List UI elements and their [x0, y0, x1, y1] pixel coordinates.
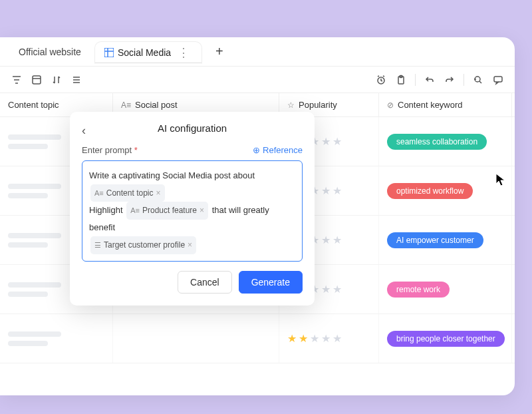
- star-icon: ☆: [287, 101, 295, 110]
- cell-content-topic[interactable]: [0, 314, 113, 363]
- cell-content-keyword[interactable]: remote work: [379, 265, 512, 313]
- tab-label: Official website: [19, 47, 81, 57]
- cell-content-keyword[interactable]: AI empower customer: [379, 216, 512, 264]
- comment-icon[interactable]: [492, 74, 504, 86]
- reference-button[interactable]: ⊕ Reference: [253, 145, 303, 155]
- star-icon[interactable]: ★: [321, 332, 331, 345]
- text-icon: A≡: [121, 101, 131, 110]
- star-icon[interactable]: ★: [332, 234, 342, 246]
- ai-config-modal: ‹ AI configuration Enter prompt * ⊕ Refe…: [70, 112, 315, 306]
- filter-icon[interactable]: [11, 74, 23, 86]
- svg-rect-12: [494, 77, 502, 82]
- keyword-pill[interactable]: remote work: [387, 282, 450, 298]
- col-label: Social post: [135, 100, 178, 110]
- generate-button[interactable]: Generate: [239, 271, 303, 294]
- alarm-icon[interactable]: [375, 74, 387, 86]
- cancel-button[interactable]: Cancel: [178, 271, 232, 294]
- tab-label: Social Media: [118, 47, 171, 58]
- star-icon[interactable]: ★: [299, 332, 308, 345]
- chip-content-topic[interactable]: A≡ Content topic ×: [90, 184, 165, 202]
- star-icon[interactable]: ★: [332, 184, 342, 197]
- prompt-input[interactable]: Write a captivating Social Media post ab…: [82, 160, 303, 262]
- keyword-pill[interactable]: AI empower customer: [387, 232, 483, 248]
- star-icon[interactable]: ★: [310, 332, 319, 345]
- svg-rect-0: [104, 48, 114, 57]
- star-icon[interactable]: ★: [321, 184, 331, 197]
- col-label: Content topic: [8, 100, 59, 110]
- list-icon: ☰: [94, 238, 101, 252]
- keyword-pill[interactable]: bring people closer together: [387, 331, 505, 347]
- keyword-pill[interactable]: seamless collaboration: [387, 134, 487, 150]
- star-icon[interactable]: ★: [332, 332, 342, 345]
- clipboard-icon[interactable]: [395, 74, 407, 86]
- star-icon[interactable]: ★: [321, 234, 331, 246]
- cell-content-keyword[interactable]: optimized workflow: [379, 166, 512, 215]
- col-label: Content keyword: [398, 100, 463, 110]
- sort-icon[interactable]: [51, 74, 63, 86]
- chip-remove-icon[interactable]: ×: [200, 203, 204, 218]
- col-content-keyword[interactable]: ⊘ Content keyword: [379, 93, 512, 116]
- tab-official-website[interactable]: Official website: [9, 41, 90, 63]
- plus-circle-icon: ⊕: [253, 145, 260, 155]
- reference-label: Reference: [263, 145, 303, 155]
- cell-popularity[interactable]: ★★★★★: [279, 314, 379, 363]
- star-icon[interactable]: ★: [287, 332, 297, 345]
- toolbar: [0, 67, 515, 93]
- star-icon[interactable]: ★: [332, 135, 342, 148]
- back-icon[interactable]: ‹: [82, 124, 86, 138]
- svg-rect-3: [33, 76, 41, 84]
- tab-social-media[interactable]: Social Media ⋮: [94, 41, 202, 64]
- chip-remove-icon[interactable]: ×: [188, 238, 192, 253]
- text-icon: A≡: [130, 204, 140, 218]
- cell-social-post[interactable]: [113, 314, 279, 363]
- modal-title: AI configuration: [158, 122, 227, 134]
- col-label: Popularity: [299, 100, 337, 110]
- prompt-text: Highlight: [89, 205, 123, 215]
- star-icon[interactable]: ★: [321, 283, 331, 296]
- row-height-icon[interactable]: [70, 74, 82, 86]
- text-icon: A≡: [94, 186, 104, 200]
- tabs-bar: Official website Social Media ⋮ +: [0, 37, 515, 67]
- redo-icon[interactable]: [444, 74, 456, 86]
- prompt-text: Write a captivating Social Media post ab…: [89, 170, 255, 180]
- chip-product-feature[interactable]: A≡ Product feature ×: [126, 202, 208, 220]
- star-icon[interactable]: ★: [321, 135, 331, 148]
- chip-target-customer[interactable]: ☰ Target customer profile ×: [90, 236, 196, 254]
- add-tab-button[interactable]: +: [206, 40, 233, 63]
- star-icon[interactable]: ★: [332, 283, 342, 296]
- undo-icon[interactable]: [424, 74, 436, 86]
- group-icon[interactable]: [31, 74, 43, 86]
- divider: [464, 74, 464, 86]
- search-icon[interactable]: [472, 74, 484, 86]
- cell-content-keyword[interactable]: seamless collaboration: [379, 117, 512, 166]
- divider: [415, 74, 416, 86]
- prompt-label: Enter prompt *: [82, 145, 138, 155]
- grid-icon: [104, 48, 114, 57]
- table-row[interactable]: ★★★★★bring people closer together: [0, 314, 515, 363]
- chip-remove-icon[interactable]: ×: [156, 186, 160, 201]
- keyword-pill[interactable]: optimized workflow: [387, 183, 473, 199]
- check-circle-icon: ⊘: [387, 101, 394, 110]
- cell-content-keyword[interactable]: bring people closer together: [379, 314, 512, 363]
